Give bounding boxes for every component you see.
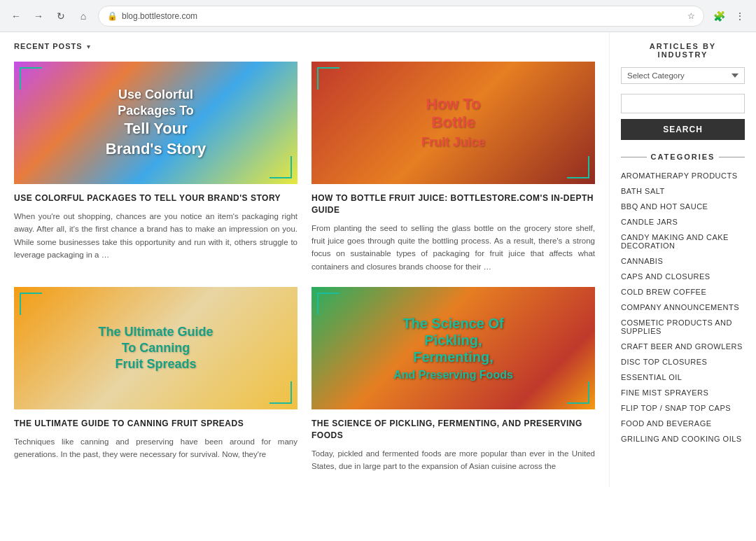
browser-chrome: ← → ↻ ⌂ 🔒 blog.bottlestore.com ☆ 🧩 ⋮ [0,0,756,32]
category-link[interactable]: AROMATHERAPY PRODUCTS [621,171,745,180]
image-title-text: Use ColorfulPackages ToTell YourBrand's … [106,87,206,160]
back-button[interactable]: ← [7,7,25,25]
star-icon[interactable]: ☆ [687,11,695,21]
categories-title: CATEGORIES [621,153,745,161]
category-link[interactable]: COLD BREW COFFEE [621,288,745,296]
menu-button[interactable]: ⋮ [731,7,749,25]
category-link[interactable]: CANDLE JARS [621,218,745,226]
list-item: BBQ AND HOT SAUCE [621,199,745,214]
recent-posts-label: RECENT POSTS [14,42,83,50]
list-item: COLD BREW COFFEE [621,284,745,300]
forward-button[interactable]: → [29,7,48,25]
list-item: BATH SALT [621,183,745,199]
blog-card-colorful-packages: Use ColorfulPackages ToTell YourBrand's … [14,62,298,273]
blog-image-canning[interactable]: The Ultimate GuideTo CanningFruit Spread… [14,287,298,409]
category-link[interactable]: DISC TOP CLOSURES [621,358,745,366]
category-link[interactable]: BATH SALT [621,187,745,195]
list-item: CAPS AND CLOSURES [621,269,745,284]
blog-card-body: USE COLORFUL PACKAGES TO TELL YOUR BRAND… [14,184,298,261]
chevron-down-icon[interactable]: ▾ [87,43,90,50]
category-link[interactable]: GRILLING AND COOKING OILS [621,435,745,443]
category-link[interactable]: CRAFT BEER AND GROWLERS [621,342,745,351]
list-item: FOOD AND BEVERAGE [621,416,745,431]
browser-actions: 🧩 ⋮ [710,7,749,25]
list-item: AROMATHERAPY PRODUCTS [621,168,745,183]
blog-card-pickling: The Science OfPickling,Fermenting,And Pr… [312,287,595,472]
articles-by-industry-title: ARTICLES BY INDUSTRY [621,42,745,59]
extensions-button[interactable]: 🧩 [710,7,728,25]
list-item: ESSENTIAL OIL [621,370,745,385]
blog-card-excerpt: Today, pickled and fermented foods are m… [312,447,595,473]
category-link[interactable]: BBQ AND HOT SAUCE [621,202,745,211]
blog-card-excerpt: From planting the seed to selling the gl… [312,222,595,274]
list-item: COSMETIC PRODUCTS AND SUPPLIES [621,315,745,339]
list-item: CANNABIS [621,253,745,269]
address-bar[interactable]: 🔒 blog.bottlestore.com ☆ [98,6,704,27]
blog-card-canning: The Ultimate GuideTo CanningFruit Spread… [14,287,298,472]
category-link[interactable]: ESSENTIAL OIL [621,373,745,381]
industry-category-select[interactable]: Select Category [621,67,745,84]
home-button[interactable]: ⌂ [74,7,92,25]
blog-image-colorful-packages[interactable]: Use ColorfulPackages ToTell YourBrand's … [14,62,298,184]
image-title-text: The Ultimate GuideTo CanningFruit Spread… [98,324,213,373]
blog-card-excerpt: Techniques like canning and preserving h… [14,435,298,461]
recent-posts-header: RECENT POSTS ▾ [14,39,595,50]
category-link[interactable]: CAPS AND CLOSURES [621,272,745,281]
blog-image-pickling[interactable]: The Science OfPickling,Fermenting,And Pr… [312,287,595,409]
list-item: CRAFT BEER AND GROWLERS [621,339,745,354]
category-link[interactable]: COSMETIC PRODUCTS AND SUPPLIES [621,318,745,335]
search-button[interactable]: SEARCH [621,119,745,140]
list-item: FLIP TOP / SNAP TOP CAPS [621,400,745,416]
list-item: FINE MIST SPRAYERS [621,385,745,400]
reload-button[interactable]: ↻ [52,7,70,25]
blog-card-fruit-juice: How ToBottleFruit Juice HOW TO BOTTLE FR… [312,62,595,273]
list-item: DISC TOP CLOSURES [621,354,745,370]
browser-nav-buttons: ← → ↻ ⌂ [7,7,92,25]
image-title-text: The Science OfPickling,Fermenting,And Pr… [393,315,513,382]
image-overlay-text: The Science OfPickling,Fermenting,And Pr… [312,287,595,409]
category-link[interactable]: COMPANY ANNOUNCEMENTS [621,303,745,311]
image-overlay-text: The Ultimate GuideTo CanningFruit Spread… [14,287,298,409]
categories-list: AROMATHERAPY PRODUCTS BATH SALT BBQ AND … [621,168,745,447]
sidebar: ARTICLES BY INDUSTRY Select Category SEA… [609,32,756,487]
image-overlay-text: Use ColorfulPackages ToTell YourBrand's … [14,62,298,184]
page-container: RECENT POSTS ▾ Use ColorfulPackages ToTe… [0,32,756,487]
blog-grid: Use ColorfulPackages ToTell YourBrand's … [14,62,595,473]
list-item: COMPANY ANNOUNCEMENTS [621,300,745,315]
blog-card-title[interactable]: THE ULTIMATE GUIDE TO CANNING FRUIT SPRE… [14,418,298,430]
blog-image-fruit-juice[interactable]: How ToBottleFruit Juice [312,62,595,184]
category-link[interactable]: FINE MIST SPRAYERS [621,388,745,397]
image-overlay-text: How ToBottleFruit Juice [312,62,595,184]
list-item: GRILLING AND COOKING OILS [621,431,745,447]
blog-card-body: THE ULTIMATE GUIDE TO CANNING FRUIT SPRE… [14,409,298,461]
secure-icon: 🔒 [107,11,118,21]
blog-card-body: THE SCIENCE OF PICKLING, FERMENTING, AND… [312,409,595,472]
list-item: CANDY MAKING AND CAKE DECORATION [621,230,745,253]
blog-card-excerpt: When you're out shopping, chances are yo… [14,210,298,262]
blog-card-title[interactable]: USE COLORFUL PACKAGES TO TELL YOUR BRAND… [14,192,298,204]
category-link[interactable]: FOOD AND BEVERAGE [621,419,745,428]
blog-card-title[interactable]: THE SCIENCE OF PICKLING, FERMENTING, AND… [312,418,595,442]
category-link[interactable]: CANDY MAKING AND CAKE DECORATION [621,233,745,250]
blog-card-title[interactable]: HOW TO BOTTLE FRUIT JUICE: BOTTLESTORE.C… [312,192,595,216]
blog-card-body: HOW TO BOTTLE FRUIT JUICE: BOTTLESTORE.C… [312,184,595,273]
search-box: SEARCH [621,94,745,140]
category-link[interactable]: FLIP TOP / SNAP TOP CAPS [621,404,745,412]
main-content: RECENT POSTS ▾ Use ColorfulPackages ToTe… [0,32,609,487]
image-title-text: How ToBottleFruit Juice [421,95,485,150]
list-item: CANDLE JARS [621,214,745,230]
search-input[interactable] [621,94,745,113]
category-link[interactable]: CANNABIS [621,257,745,265]
url-text: blog.bottlestore.com [122,11,197,21]
